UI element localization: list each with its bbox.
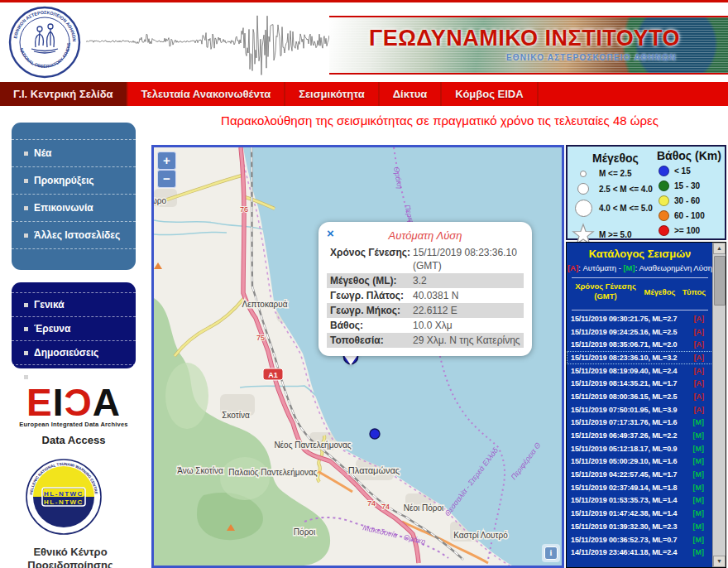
depth-legend-row: 30 - 60 [659,195,700,206]
nav-item-announcements[interactable]: Τελευταία Ανακοινωθέντα [128,82,286,106]
catalog-row[interactable]: 15/11/2019 02:37:49.14, ML=1.8 [M] [567,481,713,494]
magnitude-legend-title: Μέγεθος [592,152,639,165]
catalog-title: Κατάλογος Σεισμών [567,248,713,260]
town-label-neoi-poroi: Νέοι Πόροι [404,503,444,513]
catalog-row[interactable]: 15/11/2019 08:35:06.71, ML=2.0 [A] [567,338,713,351]
earthquake-marker[interactable] [370,429,380,439]
event-type-tag: [M] [693,470,710,479]
town-label-palaios-panteleimonas: Παλαιός Παντελεήμονας [228,468,318,477]
scrollbar-down-icon[interactable]: ▼ [713,556,726,567]
event-type-tag: [A] [694,379,710,387]
event-time-magnitude: 15/11/2019 08:35:06.71, ML=2.0 [571,340,677,349]
catalog-row[interactable]: 15/11/2019 05:00:29.10, ML=1.6 [M] [567,455,713,469]
institute-title: ΓΕΩΔΥΝΑΜΙΚΟ ΙΝΣΤΙΤΟΥΤΟ [369,26,680,51]
event-time-magnitude: 15/11/2019 04:22:57.45, ML=1.7 [571,470,677,479]
nav-item-home[interactable]: Γ.Ι. Κεντρική Σελίδα [0,82,128,106]
town-label-neos-panteleimonas: Νέος Παντελεήμονας [274,440,351,450]
sidebar-item-other-sites[interactable]: Άλλες Ιστοσελίδες [12,221,136,249]
sidebar-item-research[interactable]: Έρευνα [12,316,136,340]
town-label-poroi: Πόροι [294,527,315,537]
eida-tagline: European Integrated Data Archives [12,421,136,428]
hl-ntwc-logo[interactable]: HELLENIC NATIONAL TSUNAMI WARNING CENTRE… [25,458,103,536]
town-label-leptokarya: Λεπτοκαρυά [242,300,287,309]
map-attribution-button[interactable]: i [542,544,560,562]
road-label-75: 75 [256,334,265,342]
nav-item-networks[interactable]: Δίκτυα [380,82,443,106]
popup-close-icon[interactable]: × [327,226,334,240]
event-type-tag: [A] [694,392,710,401]
catalog-row[interactable]: 15/11/2019 09:24:25.16, ML=2.5 [A] [567,325,713,339]
nav-item-seismicity[interactable]: Σεισμικότητα [285,82,380,106]
event-time-magnitude: 15/11/2019 02:37:49.14, ML=1.8 [571,484,677,492]
road-label-76: 76 [240,205,248,214]
bullet-icon [24,303,28,307]
event-type-tag: [A] [694,354,710,362]
depth-legend-row: 15 - 30 [659,181,700,191]
event-type-tag: [M] [693,457,710,465]
catalog-row[interactable]: 15/11/2019 04:22:57.45, ML=1.7 [M] [567,468,713,481]
event-time-magnitude: 15/11/2019 06:49:37.26, ML=2.2 [571,431,677,440]
catalog-row[interactable]: 14/11/2019 23:46:41.18, ML=2.4 [M] [567,546,713,559]
depth-dot-yellow [659,195,669,206]
map-zoom-in-button[interactable]: + [157,152,176,170]
catalog-row[interactable]: 15/11/2019 08:14:35.21, ML=1.7 [A] [567,377,713,390]
catalog-type-legend: [A]: Αυτόματη - [M]: Αναθεωρημένη Λύση [567,263,713,272]
event-time-magnitude: 15/11/2019 01:39:32.30, ML=2.3 [571,522,677,531]
magnitude-legend-row: 4.0 < M <= 5.0 [571,200,653,217]
catalog-row[interactable]: 15/11/2019 05:12:18.17, ML=0.9 [M] [567,442,713,455]
depth-dot-red [659,225,669,236]
event-type-tag: [M] [693,536,710,544]
page-title: Παρακολούθηση της σεισμικότητας σε πραγμ… [151,113,728,128]
catalog-row[interactable]: 15/11/2019 00:36:52.73, ML=0.7 [M] [567,533,713,546]
catalog-row[interactable]: 15/11/2019 06:49:37.26, ML=2.2 [M] [567,429,713,442]
event-time-magnitude: 14/11/2019 23:46:41.18, ML=2.4 [571,548,677,556]
svg-text:A1: A1 [268,371,278,379]
catalog-rows: 15/11/2019 09:30:21.75, ML=2.7 [A] 15/11… [567,312,713,559]
bullet-icon [24,179,28,183]
catalog-row[interactable]: 15/11/2019 01:39:32.30, ML=2.3 [M] [567,520,713,533]
bullet-icon [24,206,28,210]
catalog-row[interactable]: 15/11/2019 08:00:36.15, ML=2.5 [A] [567,390,713,403]
sidebar-item-publications[interactable]: Δημοσιεύσεις [12,340,136,364]
sidebar-menu-primary: Νέα Προκηρύξεις Επικοινωνία Άλλες Ιστοσε… [12,123,136,270]
popup-row: Γεωγρ. Μήκος: 22.6112 E [327,303,524,318]
depth-dot-orange [659,210,669,221]
scrollbar-up-icon[interactable]: ▲ [713,243,726,254]
event-type-tag: [M] [693,431,710,440]
sidebar-item-general[interactable]: Γενικά [12,292,136,316]
event-time-magnitude: 15/11/2019 08:14:35.21, ML=1.7 [571,379,677,387]
catalog-row[interactable]: 15/11/2019 09:30:21.75, ML=2.7 [A] [567,312,713,325]
magnitude-legend-row: 2.5 < M <= 4.0 [571,183,653,195]
event-type-tag: [A] [694,315,710,323]
catalog-row[interactable]: 15/11/2019 08:23:36.10, ML=3.2 [A] [567,351,713,364]
eida-logo[interactable]: EIƆA European Integrated Data Archives [12,386,136,428]
catalog-row[interactable]: 15/11/2019 07:17:31.76, ML=1.6 [M] [567,416,713,430]
bullet-icon [24,351,28,355]
sidebar-item-calls[interactable]: Προκηρύξεις [12,166,136,194]
depth-dot-blue [659,166,669,176]
nav-item-eida-node[interactable]: Κόμβος EIDA [442,82,538,106]
magnitude-legend-row: M <= 2.5 [571,169,631,178]
sidebar-item-news[interactable]: Νέα [12,139,136,166]
bullet-icon [24,152,28,156]
info-icon: i [544,546,558,560]
road-label-74a: 74 [367,499,376,508]
popup-row: Μέγεθος (ML): 3.2 [327,273,524,288]
depth-legend-row: 60 - 100 [659,210,705,221]
depth-legend-title: Βάθος (Km) [657,149,721,162]
observatory-seal-logo[interactable]: ΕΘΝΙΚΟΝ ΑΣΤΕΡΟΣΚΟΠΕΙΟΝ ΑΘΗΝΩΝ NATIONAL O… [8,6,81,79]
event-time-magnitude: 15/11/2019 00:36:52.73, ML=0.7 [571,536,677,544]
catalog-row[interactable]: 15/11/2019 01:53:35.73, ML=1.4 [M] [567,494,713,508]
bullet-icon [24,327,28,331]
ntwc-band2: HL-NTWC [44,498,84,506]
map-zoom-out-button[interactable]: − [157,170,176,188]
catalog-row[interactable]: 15/11/2019 07:50:01.95, ML=3.9 [A] [567,403,713,416]
catalog-row[interactable]: 15/11/2019 01:47:42.38, ML=1.4 [M] [567,507,713,520]
depth-legend-row: >= 100 [659,225,700,236]
ntwc-band1: HL-NTWC [44,490,84,498]
sidebar-item-contact[interactable]: Επικοινωνία [12,194,136,221]
catalog-scrollbar[interactable]: ▲ ▼ [712,243,726,567]
catalog-row[interactable]: 15/11/2019 08:19:09.40, ML=2.4 [A] [567,364,713,378]
scrollbar-thumb[interactable] [714,256,726,306]
event-type-tag: [M] [693,548,710,556]
